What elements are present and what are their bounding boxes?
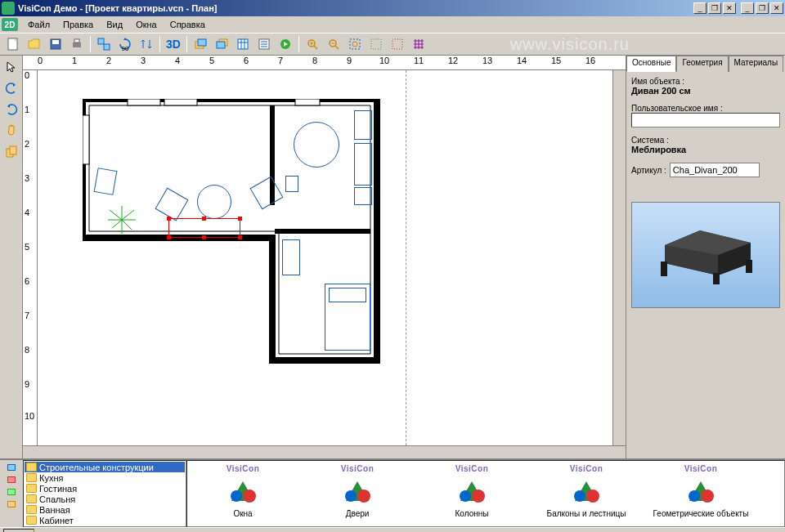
clone-tool[interactable] bbox=[2, 142, 21, 162]
bed[interactable] bbox=[325, 284, 370, 351]
tab-materials[interactable]: Материалы bbox=[729, 56, 784, 72]
svg-point-64 bbox=[701, 490, 714, 503]
lib-thumb bbox=[451, 475, 492, 507]
svg-rect-30 bbox=[392, 39, 402, 49]
menu-file[interactable]: Файл bbox=[21, 18, 56, 31]
lib-item-windows[interactable]: VisiCon Окна bbox=[194, 464, 292, 523]
toolbar-separator bbox=[159, 36, 160, 52]
snap1-button[interactable] bbox=[366, 35, 386, 53]
folder-icon bbox=[26, 526, 37, 527]
svg-point-60 bbox=[472, 490, 485, 503]
libmode-4[interactable] bbox=[2, 498, 21, 510]
calendar-button[interactable] bbox=[233, 35, 253, 53]
libmode-2[interactable] bbox=[2, 474, 21, 485]
cabinet-3[interactable] bbox=[354, 187, 372, 205]
properties-tabs: Основные Геометрия Материалы bbox=[626, 56, 785, 72]
restore-button[interactable]: ❐ bbox=[756, 2, 769, 14]
sku-label: Артикул : bbox=[631, 166, 666, 175]
round-table[interactable] bbox=[197, 185, 231, 219]
user-name-label: Пользовательское имя : bbox=[631, 104, 780, 113]
toolbar: 90 3D www.visicon.ru bbox=[0, 33, 785, 56]
lib-item-balconies[interactable]: VisiCon Балконы и лестницы bbox=[537, 464, 635, 523]
lib-item-columns[interactable]: VisiCon Колонны bbox=[423, 464, 521, 523]
scrollbar-vertical[interactable] bbox=[612, 70, 626, 445]
canvas-container: 012345678910111213141516 012345678910 bbox=[23, 56, 626, 458]
properties-body: Имя объекта : Диван 200 см Пользовательс… bbox=[626, 72, 785, 458]
folder-icon bbox=[26, 494, 37, 503]
tree-item-bedroom[interactable]: Спальня bbox=[25, 494, 185, 504]
tree-item-construction[interactable]: Строительные конструкции bbox=[25, 462, 185, 472]
minimize-child-button[interactable]: _ bbox=[693, 2, 706, 14]
sku-input[interactable] bbox=[670, 163, 760, 177]
cabinet-1[interactable] bbox=[354, 110, 372, 140]
scrollbar-horizontal[interactable] bbox=[23, 445, 626, 458]
lib-item-geometry[interactable]: VisiCon Геометрические объекты bbox=[652, 464, 750, 523]
zoomin-button[interactable] bbox=[303, 35, 322, 53]
tree-item-kitchen[interactable]: Кухня bbox=[25, 472, 185, 483]
lib-item-doors[interactable]: VisiCon Двери bbox=[308, 464, 406, 523]
plant[interactable] bbox=[105, 203, 138, 236]
floorplan-canvas[interactable] bbox=[38, 70, 612, 445]
3d-button[interactable]: 3D bbox=[164, 35, 183, 53]
zoomout-button[interactable] bbox=[324, 35, 343, 53]
svg-rect-44 bbox=[83, 115, 89, 164]
tab-geometry[interactable]: Геометрия bbox=[676, 56, 728, 72]
layer2-button[interactable] bbox=[212, 35, 231, 53]
zoomfit-button[interactable] bbox=[345, 35, 365, 53]
wardrobe[interactable] bbox=[282, 239, 300, 275]
svg-rect-6 bbox=[104, 44, 110, 50]
new-button[interactable] bbox=[3, 35, 23, 53]
minimize-button[interactable]: _ bbox=[741, 2, 754, 14]
menu-view[interactable]: Вид bbox=[100, 18, 129, 31]
menu-windows[interactable]: Окна bbox=[129, 18, 164, 31]
menubar: 2D Файл Правка Вид Окна Справка bbox=[0, 16, 785, 33]
svg-rect-43 bbox=[295, 99, 320, 105]
object-preview bbox=[631, 202, 780, 308]
libmode-3[interactable] bbox=[2, 486, 21, 498]
chair-dining[interactable] bbox=[285, 176, 298, 192]
group-button[interactable] bbox=[94, 35, 114, 53]
save-button[interactable] bbox=[46, 35, 65, 53]
menu-help[interactable]: Справка bbox=[164, 18, 212, 31]
print-button[interactable] bbox=[67, 35, 87, 53]
tree-item-office[interactable]: Кабинет bbox=[25, 515, 185, 525]
svg-rect-54 bbox=[713, 273, 720, 284]
restore-child-button[interactable]: ❐ bbox=[708, 2, 721, 14]
libmode-1[interactable] bbox=[2, 462, 21, 473]
flip-button[interactable] bbox=[137, 35, 156, 53]
grid-button[interactable] bbox=[409, 35, 428, 53]
close-button[interactable]: ✕ bbox=[770, 2, 783, 14]
layer1-button[interactable] bbox=[191, 35, 210, 53]
tree-item-living[interactable]: Гостиная bbox=[25, 483, 185, 494]
redo-tool[interactable] bbox=[2, 100, 21, 119]
mode-2d-badge[interactable]: 2D bbox=[2, 18, 18, 31]
cabinet-2[interactable] bbox=[354, 143, 372, 186]
tree-item-hall[interactable]: Холл bbox=[25, 525, 185, 527]
snap2-button[interactable] bbox=[388, 35, 407, 53]
user-name-input[interactable] bbox=[631, 113, 780, 127]
tab-main[interactable]: Основные bbox=[626, 56, 676, 72]
tree-item-bathroom[interactable]: Ванная bbox=[25, 504, 185, 515]
dining-table[interactable] bbox=[294, 122, 339, 168]
watermark: www.visicon.ru bbox=[510, 35, 630, 54]
armchair-1[interactable] bbox=[94, 168, 118, 195]
sofa-selected[interactable] bbox=[168, 218, 240, 238]
object-name-value: Диван 200 см bbox=[631, 86, 780, 96]
close-child-button[interactable]: ✕ bbox=[723, 2, 736, 14]
list-button[interactable] bbox=[254, 35, 274, 53]
svg-point-61 bbox=[460, 490, 471, 502]
svg-rect-41 bbox=[128, 99, 160, 105]
svg-rect-5 bbox=[98, 38, 104, 44]
svg-point-28 bbox=[352, 42, 357, 47]
open-button[interactable] bbox=[25, 35, 44, 53]
rotate-button[interactable]: 90 bbox=[115, 35, 135, 53]
menu-edit[interactable]: Правка bbox=[56, 18, 100, 31]
lib-thumb bbox=[337, 475, 378, 507]
hand-tool[interactable] bbox=[2, 121, 21, 141]
library-tree[interactable]: Строительные конструкции Кухня Гостиная … bbox=[23, 460, 186, 527]
play-button[interactable] bbox=[276, 35, 295, 53]
undo-tool[interactable] bbox=[2, 78, 21, 98]
select-tool[interactable] bbox=[2, 57, 21, 77]
main-area: 012345678910111213141516 012345678910 bbox=[0, 56, 785, 458]
folder-icon bbox=[26, 473, 37, 482]
